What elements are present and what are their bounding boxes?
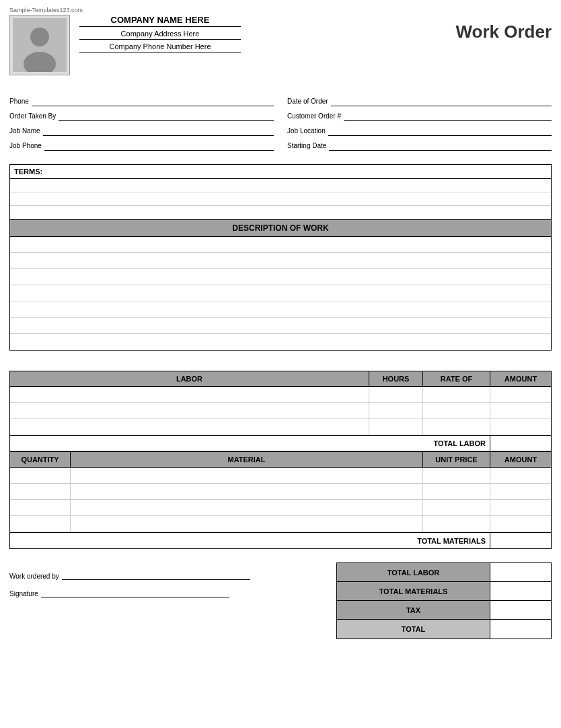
- mat-data-row-1[interactable]: [10, 468, 551, 484]
- form-right-customer: Customer Order #: [287, 110, 552, 121]
- summary-row-tax: TAX: [337, 601, 551, 620]
- desc-row-6[interactable]: [10, 318, 551, 334]
- summary-tax-label: TAX: [337, 601, 490, 619]
- mat-col-price: UNIT PRICE: [423, 452, 490, 467]
- summary-total-value[interactable]: [490, 620, 551, 639]
- mat-cell-price-2: [423, 484, 490, 499]
- job-location-field[interactable]: [328, 125, 552, 136]
- form-row-1: Phone Date of Order: [9, 96, 552, 106]
- labor-cell-amount-3: [490, 419, 551, 435]
- mat-cell-material-3: [71, 500, 423, 515]
- mat-cell-qty-1: [10, 468, 71, 483]
- summary-tax-value[interactable]: [490, 601, 551, 619]
- terms-row-1[interactable]: [10, 179, 551, 192]
- customer-order-label: Customer Order #: [287, 112, 341, 121]
- mat-col-material: MATERIAL: [71, 452, 423, 467]
- labor-cell-main-2: [10, 403, 369, 418]
- job-phone-field[interactable]: [44, 140, 274, 151]
- company-address: Company Address Here: [79, 30, 241, 40]
- summary-row-total: TOTAL: [337, 620, 551, 639]
- summary-total-materials-value[interactable]: [490, 582, 551, 600]
- summary-left: Work ordered by Signature: [9, 562, 336, 639]
- starting-date-label: Starting Date: [287, 142, 326, 151]
- labor-cell-main-1: [10, 387, 369, 402]
- desc-row-3[interactable]: [10, 269, 551, 285]
- labor-data-row-1[interactable]: [10, 387, 551, 403]
- materials-header: QUANTITY MATERIAL UNIT PRICE AMOUNT: [10, 452, 551, 468]
- date-of-order-label: Date of Order: [287, 98, 328, 106]
- materials-total-value[interactable]: [490, 533, 551, 548]
- labor-cell-rate-1: [423, 387, 490, 402]
- labor-data-row-2[interactable]: [10, 403, 551, 419]
- form-row-4: Job Phone Starting Date: [9, 140, 552, 151]
- form-row-2: Order Taken By Customer Order #: [9, 110, 552, 121]
- labor-total-label: TOTAL LABOR: [10, 436, 490, 451]
- phone-field[interactable]: [32, 96, 274, 106]
- work-ordered-by-field[interactable]: [62, 569, 250, 580]
- desc-row-4[interactable]: [10, 285, 551, 301]
- labor-cell-amount-1: [490, 387, 551, 402]
- summary-total-labor-value[interactable]: [490, 563, 551, 581]
- mat-col-qty: QUANTITY: [10, 452, 71, 467]
- watermark: Sample-Templates123.com: [9, 7, 552, 13]
- terms-header: TERMS:: [10, 165, 551, 179]
- labor-cell-rate-3: [423, 419, 490, 435]
- labor-section: LABOR HOURS RATE OF AMOUNT TOTAL LABOR: [9, 371, 552, 452]
- date-of-order-field[interactable]: [331, 96, 552, 106]
- labor-cell-main-3: [10, 419, 369, 435]
- terms-section: TERMS:: [9, 164, 552, 220]
- labor-col-amount: AMOUNT: [490, 371, 551, 386]
- labor-total-value[interactable]: [490, 436, 551, 451]
- mat-cell-price-4: [423, 516, 490, 532]
- desc-row-2[interactable]: [10, 253, 551, 269]
- mat-col-amount: AMOUNT: [490, 452, 551, 467]
- mat-data-row-3[interactable]: [10, 500, 551, 516]
- summary-right: TOTAL LABOR TOTAL MATERIALS TAX TOTAL: [336, 562, 552, 639]
- starting-date-field[interactable]: [329, 140, 552, 151]
- labor-col-hours: HOURS: [369, 371, 423, 386]
- form-left-phone: Phone: [9, 96, 274, 106]
- mat-cell-price-3: [423, 500, 490, 515]
- description-section: DESCRIPTION OF WORK: [9, 220, 552, 351]
- summary-row-total-labor: TOTAL LABOR: [337, 563, 551, 582]
- signature-field[interactable]: [41, 587, 229, 597]
- customer-order-field[interactable]: [344, 110, 552, 121]
- order-taken-field[interactable]: [59, 110, 274, 121]
- form-right-startdate: Starting Date: [287, 140, 552, 151]
- summary-total-materials-label: TOTAL MATERIALS: [337, 582, 490, 600]
- summary-section: Work ordered by Signature TOTAL LABOR TO…: [9, 562, 552, 639]
- labor-cell-amount-2: [490, 403, 551, 418]
- labor-col-rate: RATE OF: [423, 371, 490, 386]
- labor-header: LABOR HOURS RATE OF AMOUNT: [10, 371, 551, 387]
- materials-total-label: TOTAL MATERIALS: [10, 533, 490, 548]
- desc-row-7[interactable]: [10, 334, 551, 350]
- phone-label: Phone: [9, 98, 29, 106]
- form-right-date: Date of Order: [287, 96, 552, 106]
- labor-data-row-3[interactable]: [10, 419, 551, 435]
- summary-row-total-materials: TOTAL MATERIALS: [337, 582, 551, 601]
- terms-row-2[interactable]: [10, 192, 551, 206]
- mat-data-row-4[interactable]: [10, 516, 551, 532]
- job-phone-label: Job Phone: [9, 142, 42, 151]
- desc-row-5[interactable]: [10, 301, 551, 318]
- form-right-jobloc: Job Location: [287, 125, 552, 136]
- labor-col-labor: LABOR: [10, 371, 369, 386]
- labor-cell-hours-1: [369, 387, 423, 402]
- form-left-order: Order Taken By: [9, 110, 274, 121]
- labor-total-row: TOTAL LABOR: [10, 435, 551, 451]
- desc-row-1[interactable]: [10, 237, 551, 253]
- form-left-jobphone: Job Phone: [9, 140, 274, 151]
- mat-data-row-2[interactable]: [10, 484, 551, 500]
- labor-cell-rate-2: [423, 403, 490, 418]
- materials-section: QUANTITY MATERIAL UNIT PRICE AMOUNT TOTA…: [9, 452, 552, 549]
- labor-cell-hours-3: [369, 419, 423, 435]
- job-name-field[interactable]: [43, 125, 274, 136]
- mat-cell-amount-4: [490, 516, 551, 532]
- signature-row: Signature: [9, 587, 336, 597]
- header: COMPANY NAME HERE Company Address Here C…: [9, 15, 552, 75]
- terms-row-3[interactable]: [10, 206, 551, 219]
- mat-cell-material-2: [71, 484, 423, 499]
- form-left-jobname: Job Name: [9, 125, 274, 136]
- mat-cell-qty-3: [10, 500, 71, 515]
- mat-cell-material-4: [71, 516, 423, 532]
